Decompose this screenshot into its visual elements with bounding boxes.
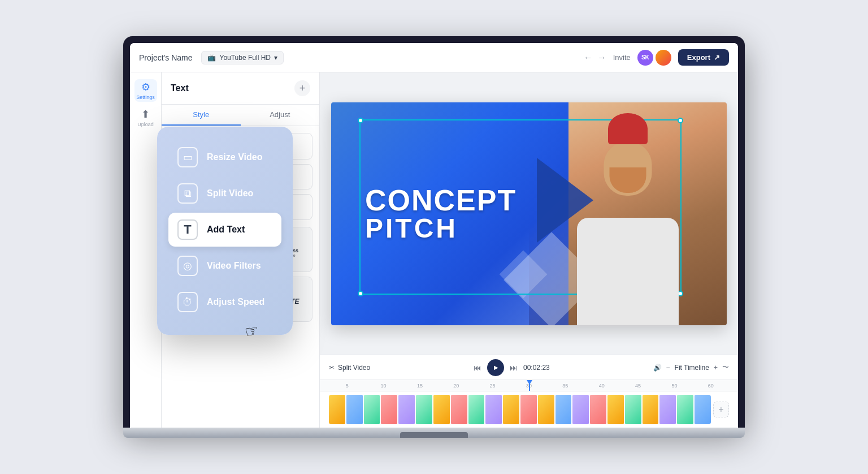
export-button[interactable]: Export ↗ [678, 49, 729, 66]
add-text-icon: T [177, 219, 198, 240]
timeline-area: 5 10 15 20 25 30 35 40 45 50 60 [320, 380, 738, 428]
ruler-mark: 5 [329, 383, 365, 389]
sidebar-item-upload[interactable]: ⬆ Upload [134, 106, 157, 129]
panel-header: Text + [162, 72, 319, 105]
canvas-area: CONCEPT PITCH [320, 72, 738, 428]
rewind-button[interactable]: ⏮ [474, 363, 481, 372]
top-bar-right: ← → Invite SK Export ↗ [584, 49, 729, 66]
time-display: 00:02:23 [523, 364, 550, 372]
clip-thumb [451, 395, 467, 424]
redo-button[interactable]: → [597, 53, 606, 63]
bottom-controls: ✂ Split Video ⏮ ▶ ⏭ 00:02:23 🔊 [320, 355, 738, 380]
menu-item-filters[interactable]: ◎ Video Filters [168, 249, 281, 283]
panel-add-button[interactable]: + [294, 80, 310, 96]
play-icon: ▶ [494, 364, 498, 370]
ruler-mark: 60 [693, 383, 729, 389]
menu-item-resize[interactable]: ▭ Resize Video [168, 140, 281, 174]
timeline-controls: ⏮ ▶ ⏭ 00:02:23 [474, 359, 550, 376]
upload-label: Upload [137, 122, 154, 127]
menu-item-speed[interactable]: ⏱ Adjust Speed [168, 285, 281, 319]
timeline-clip[interactable] [329, 395, 711, 424]
clip-thumb [659, 395, 676, 424]
split-video-button[interactable]: ✂ Split Video [329, 364, 370, 372]
top-bar: Project's Name 📺 YouTube Full HD ▾ ← → I… [130, 43, 738, 72]
menu-item-add-text[interactable]: T Add Text ☞ [168, 213, 281, 247]
zoom-out-button[interactable]: − [666, 364, 670, 372]
play-button[interactable]: ▶ [487, 359, 504, 376]
adjust-speed-label: Adjust Speed [207, 297, 264, 307]
split-video-label: Split Video [338, 364, 370, 372]
avatar-group: SK [637, 50, 671, 66]
video-text-pitch: PITCH [365, 215, 517, 242]
video-background: CONCEPT PITCH [331, 102, 727, 325]
fast-forward-button[interactable]: ⏭ [510, 363, 518, 372]
split-video-menu-label: Split Video [207, 188, 253, 199]
laptop-container: Project's Name 📺 YouTube Full HD ▾ ← → I… [123, 36, 745, 438]
cursor-hand-icon: ☞ [243, 321, 260, 342]
volume-icon[interactable]: 🔊 [653, 364, 662, 372]
menu-item-split[interactable]: ⧉ Split Video [168, 176, 281, 210]
zoom-in-button[interactable]: + [714, 364, 718, 372]
split-scissors-icon: ✂ [329, 364, 335, 372]
resize-video-icon: ▭ [177, 147, 198, 167]
ruler-mark: 20 [438, 383, 474, 389]
clip-thumb [538, 395, 554, 424]
clip-thumb [572, 395, 589, 424]
clip-thumb [607, 395, 624, 424]
playhead-triangle [527, 380, 532, 385]
playhead[interactable] [529, 380, 530, 391]
floating-context-menu: ▭ Resize Video ⧉ Split Video T Add Text … [157, 127, 293, 335]
timeline-right: 🔊 − Fit Timeline + 〜 [653, 363, 729, 372]
video-filters-icon: ◎ [177, 256, 198, 276]
canvas-workspace[interactable]: CONCEPT PITCH [320, 72, 738, 355]
clip-thumb [695, 395, 711, 424]
ruler-mark: 35 [547, 383, 583, 389]
nav-arrows: ← → [584, 53, 606, 63]
ruler-mark: 50 [656, 383, 692, 389]
settings-icon: ⚙ [141, 81, 150, 93]
resolution-label: YouTube Full HD [219, 54, 271, 62]
ruler-mark: 25 [474, 383, 510, 389]
timeline-add-button[interactable]: + [713, 402, 729, 417]
waveform-icon: 〜 [722, 363, 729, 372]
clip-thumb [398, 395, 415, 424]
clip-thumb [643, 395, 659, 424]
tab-adjust[interactable]: Adjust [241, 105, 320, 126]
export-icon: ↗ [714, 53, 720, 62]
video-text-concept: CONCEPT [365, 186, 517, 215]
sidebar-item-settings[interactable]: ⚙ Settings [134, 79, 157, 102]
invite-button[interactable]: Invite [613, 53, 631, 62]
project-name[interactable]: Project's Name [139, 53, 192, 62]
panel-tabs: Style Adjust [162, 105, 319, 126]
clip-thumb [416, 395, 432, 424]
resize-video-label: Resize Video [207, 152, 262, 162]
clip-thumb [364, 395, 380, 424]
fit-timeline-label[interactable]: Fit Timeline [675, 364, 709, 372]
ruler-mark: 10 [365, 383, 401, 389]
ruler-mark: 40 [584, 383, 620, 389]
undo-button[interactable]: ← [584, 53, 593, 63]
user-avatar-sk: SK [637, 50, 653, 66]
resolution-badge[interactable]: 📺 YouTube Full HD ▾ [201, 51, 284, 64]
panel-title: Text [171, 83, 189, 93]
clip-thumb [468, 395, 485, 424]
video-text-overlay: CONCEPT PITCH [365, 186, 517, 242]
clip-thumb [590, 395, 606, 424]
settings-label: Settings [136, 94, 155, 100]
ruler-mark: 15 [402, 383, 438, 389]
clip-thumb [485, 395, 502, 424]
add-text-label: Add Text [207, 225, 245, 235]
laptop-base [123, 428, 745, 438]
chevron-down-icon: ▾ [274, 54, 277, 62]
clip-thumb [520, 395, 537, 424]
clip-thumb [381, 395, 397, 424]
ruler-mark: 45 [620, 383, 656, 389]
monitor-icon: 📺 [207, 54, 216, 62]
split-video-icon: ⧉ [177, 183, 198, 204]
video-canvas[interactable]: CONCEPT PITCH [331, 102, 727, 325]
user-avatar-photo [656, 50, 671, 66]
tab-style[interactable]: Style [162, 105, 241, 126]
clip-thumb [329, 395, 345, 424]
clip-thumb [677, 395, 693, 424]
clip-thumb [503, 395, 519, 424]
